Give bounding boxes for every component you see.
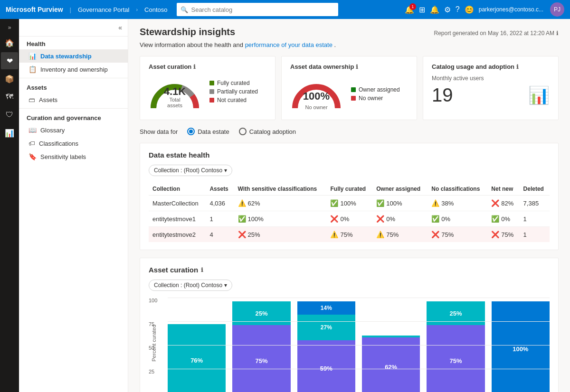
cell-owner-assigned: ✅ 100%	[372, 196, 428, 211]
col-sensitive: With sensitive classifications	[234, 183, 327, 196]
rail-catalog-icon[interactable]: 📦	[1, 70, 18, 87]
table-row: entitytestmove2 4 ❌ 25% ⚠️ 75% ⚠️ 75% ❌ …	[149, 227, 550, 243]
page-subtitle: View information about the health and pe…	[140, 41, 559, 48]
sidebar-item-classifications[interactable]: 🏷 Classifications	[19, 137, 128, 150]
radio-data-estate-circle[interactable]	[187, 128, 195, 135]
asset-ownership-card: Asset data ownership ℹ 100% No owner	[281, 56, 417, 120]
legend-owner-assigned: Owner assigned	[351, 86, 400, 93]
settings-icon[interactable]: ⚙	[444, 5, 451, 14]
report-time: Report generated on May 16, 2022 at 12:2…	[434, 30, 559, 37]
warn-icon: ⚠️	[431, 199, 439, 207]
bar-group-3: 14% 27% 59%	[297, 301, 355, 392]
info-icon[interactable]: ℹ	[556, 30, 559, 37]
error-icon: ❌	[330, 215, 338, 223]
asset-curation-section-title: Asset curation ℹ	[149, 266, 550, 274]
col-no-class: No classifications	[428, 183, 487, 196]
radio-data-estate[interactable]: Data estate	[187, 128, 229, 135]
bar-stack-4[interactable]: ≈ 0% 62%	[362, 336, 420, 392]
legend-no-owner: No owner	[351, 95, 400, 102]
sidebar-item-data-stewardship[interactable]: 📊 Data stewardship	[19, 49, 128, 63]
data-estate-health-section: Data estate health Collection : (Root) C…	[140, 143, 559, 250]
apps-icon[interactable]: ⊞	[419, 5, 425, 14]
radio-data-estate-label: Data estate	[198, 128, 229, 135]
bar-stack-2[interactable]: 25% 75%	[232, 301, 290, 392]
bell-icon[interactable]: 🔔	[430, 5, 439, 14]
cell-assets: 4	[206, 227, 234, 243]
rail-insights-icon[interactable]: 📊	[1, 124, 18, 141]
rail-map-icon[interactable]: 🗺	[1, 88, 18, 105]
bar-stack-6[interactable]: 100%	[492, 301, 550, 392]
ownership-info-icon[interactable]: ℹ	[356, 64, 358, 70]
sidebar-divider-1	[19, 78, 128, 78]
contoso-label: Contoso	[144, 6, 167, 13]
bar-stack-3[interactable]: 14% 27% 59%	[297, 301, 355, 392]
help-icon[interactable]: ?	[456, 5, 460, 14]
rail-expand-btn[interactable]: »	[1, 22, 18, 33]
error-icon: ❌	[238, 231, 246, 238]
radio-catalog-adoption-circle[interactable]	[239, 128, 247, 135]
sidebar: « Health 📊 Data stewardship 📋 Inventory …	[19, 19, 128, 392]
collection-filter-btn[interactable]: Collection : (Root) Contoso ▾	[149, 165, 232, 176]
asset-curation-info-icon[interactable]: ℹ	[193, 64, 196, 70]
cell-fully-curated: ✅ 100%	[326, 196, 372, 211]
bar-stack-5[interactable]: 25% 75%	[427, 301, 484, 392]
rail-home-icon[interactable]: 🏠	[1, 34, 18, 51]
rail-governance-icon[interactable]: 🛡	[1, 106, 18, 123]
cell-owner-assigned: ⚠️ 75%	[372, 227, 428, 243]
cell-fully-curated: ❌ 0%	[326, 211, 372, 227]
ownership-donut: 100% No owner	[290, 75, 342, 113]
cell-collection: MasterCollection	[149, 196, 206, 211]
sidebar-assets-header: Assets	[19, 80, 128, 93]
radio-catalog-adoption[interactable]: Catalog adoption	[239, 128, 296, 135]
cell-deleted: 1	[520, 211, 550, 227]
y-axis-title: Percent curated	[151, 325, 157, 362]
sidebar-collapse-btn[interactable]: «	[116, 22, 124, 33]
cell-collection: entitytestmove2	[149, 227, 206, 243]
ok-icon: ✅	[491, 215, 499, 223]
cards-row: Asset curation ℹ	[140, 56, 559, 120]
show-data-label: Show data for	[140, 128, 178, 135]
y-label-100: 100	[149, 298, 157, 303]
sidebar-item-sensitivity-labels[interactable]: 🔖 Sensitivity labels	[19, 150, 128, 163]
sensitivity-icon: 🔖	[28, 153, 37, 160]
curation-collection-filter[interactable]: Collection : (Root) Contoso ▾	[149, 280, 232, 291]
show-data-radio-row: Show data for Data estate Catalog adopti…	[140, 128, 559, 135]
feedback-icon[interactable]: 😊	[465, 5, 474, 14]
cell-no-classifications: ❌ 75%	[428, 227, 487, 243]
warn-icon: ⚠️	[376, 231, 384, 238]
col-owner-assigned: Owner assigned	[372, 183, 428, 196]
legend-dot-gray	[209, 89, 214, 94]
cell-collection: entitytestmove1	[149, 211, 206, 227]
subtitle-link[interactable]: performance of your data estate	[245, 41, 332, 48]
sidebar-item-assets[interactable]: 🗃 Assets	[19, 93, 128, 106]
catalog-info-icon[interactable]: ℹ	[516, 64, 519, 70]
avatar[interactable]: PJ	[550, 2, 564, 17]
asset-curation-section: Asset curation ℹ Collection : (Root) Con…	[140, 258, 559, 392]
main-content: Stewardship insights Report generated on…	[128, 19, 570, 392]
assets-icon: 🗃	[28, 96, 35, 103]
cell-no-classifications: ✅ 0%	[428, 211, 487, 227]
col-deleted: Deleted	[520, 183, 550, 196]
bar-group-1: 76%	[168, 301, 226, 392]
gridline-100	[168, 298, 550, 298]
legend-partially-curated: Partially curated	[209, 88, 258, 95]
catalog-usage-title: Catalog usage and adoption ℹ	[432, 63, 550, 70]
owner-dot-green	[351, 87, 356, 92]
ownership-content: 100% No owner Owner assigned No owner	[290, 75, 408, 113]
portal-label: Governance Portal	[78, 6, 129, 13]
bar-group-5: 25% 75%	[427, 301, 484, 392]
ok-icon: ✅	[376, 199, 384, 207]
rail-health-icon[interactable]: ❤	[1, 52, 18, 69]
sidebar-item-inventory[interactable]: 📋 Inventory and ownership	[19, 63, 128, 76]
ok-icon: ✅	[330, 199, 338, 207]
sidebar-item-glossary[interactable]: 📖 Glossary	[19, 123, 128, 137]
top-nav-right: 🔔 1 ⊞ 🔔 ⚙ ? 😊 parkerjones@contoso.c... P…	[405, 2, 564, 17]
bar-chart-wrapper: 100 75 50 25 Percent curated	[149, 298, 550, 392]
cell-net-new: ✅ 0%	[487, 211, 519, 227]
search-input[interactable]	[191, 6, 334, 13]
notification-icon[interactable]: 🔔 1	[405, 5, 414, 14]
curation-section-info[interactable]: ℹ	[201, 267, 203, 273]
cell-net-new: ❌ 82%	[487, 196, 519, 211]
bar-stack-1[interactable]: 76%	[168, 324, 226, 392]
search-bar[interactable]: 🔍	[177, 3, 338, 16]
